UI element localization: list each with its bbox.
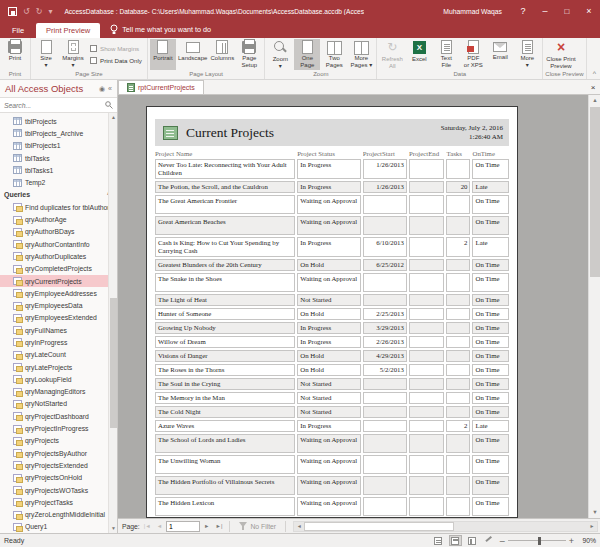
- one-page-button[interactable]: One Page: [294, 39, 320, 70]
- page-setup-button[interactable]: Page Setup: [236, 39, 262, 70]
- shutter-close-icon[interactable]: «: [108, 85, 112, 92]
- sidebar-item-label: tblProjects: [25, 118, 57, 125]
- sidebar-item-query[interactable]: qryCompletedProjects: [0, 263, 117, 275]
- sidebar-item-query[interactable]: qryEmployeesExtended: [0, 312, 117, 324]
- show-margins-checkbox[interactable]: Show Margins: [90, 43, 142, 55]
- page-number-input[interactable]: [166, 521, 200, 532]
- sidebar-item-query[interactable]: qryEmployeeAddresses: [0, 287, 117, 299]
- close-print-preview-button[interactable]: × Close Print Preview: [545, 39, 576, 70]
- sidebar-item-table[interactable]: tblTasks: [0, 152, 117, 164]
- sidebar-item-query[interactable]: qryAuthorBDays: [0, 226, 117, 238]
- sidebar-item-table[interactable]: tblProjects_Archive: [0, 127, 117, 139]
- sidebar-item-query[interactable]: qryProjectDashboard: [0, 410, 117, 422]
- scroll-down-icon[interactable]: ▼: [109, 524, 117, 533]
- size-button[interactable]: Size ▾: [33, 39, 59, 70]
- close-button[interactable]: ×: [578, 0, 600, 22]
- zoom-percentage[interactable]: 90%: [578, 537, 596, 544]
- tab-print-preview[interactable]: Print Preview: [36, 23, 100, 38]
- queries-section-header[interactable]: Queries ^: [0, 189, 117, 201]
- save-icon[interactable]: [8, 7, 17, 16]
- scroll-up-icon[interactable]: ▲: [109, 113, 117, 122]
- more-export-button[interactable]: More ▾: [514, 39, 540, 70]
- tab-file[interactable]: File: [0, 23, 36, 38]
- sidebar-item-query[interactable]: qryInProgress: [0, 336, 117, 348]
- scroll-down-icon[interactable]: ▼: [589, 507, 600, 518]
- more-pages-button[interactable]: More Pages ▾: [348, 39, 374, 70]
- sidebar-item-query[interactable]: Find duplicates for tblAuthors: [0, 201, 117, 213]
- next-page-button[interactable]: ►: [202, 523, 211, 529]
- scroll-right-icon[interactable]: ►: [587, 523, 597, 529]
- scroll-left-icon[interactable]: ◄: [294, 523, 304, 529]
- sidebar-item-table[interactable]: Temp2: [0, 176, 117, 188]
- sidebar-item-query[interactable]: qryProjectsByAuthor: [0, 447, 117, 459]
- help-button[interactable]: ?: [512, 0, 534, 22]
- text-file-button[interactable]: Text File: [433, 39, 459, 70]
- vertical-scrollbar[interactable]: ▲ ▼: [588, 95, 600, 518]
- sidebar-item-query[interactable]: qryProjectsExtended: [0, 459, 117, 471]
- design-view-button[interactable]: [483, 535, 496, 546]
- sidebar-item-query[interactable]: qryProjectsOnHold: [0, 472, 117, 484]
- sidebar-item-label: qryAuthorBDays: [25, 228, 75, 235]
- email-button[interactable]: Email: [487, 39, 513, 70]
- two-pages-button[interactable]: Two Pages: [321, 39, 347, 70]
- print-preview-view-button[interactable]: [449, 535, 462, 546]
- minimize-button[interactable]: –: [534, 0, 556, 22]
- sidebar-item-query[interactable]: qryManagingEditors: [0, 386, 117, 398]
- sidebar-item-query[interactable]: qryFullNames: [0, 324, 117, 336]
- report-page[interactable]: Current Projects Saturday, July 2, 2016 …: [146, 106, 518, 518]
- sidebar-item-table[interactable]: tblProjects: [0, 115, 117, 127]
- no-filter-button[interactable]: No Filter: [235, 522, 280, 530]
- search-input[interactable]: [4, 102, 105, 109]
- sidebar-item-query[interactable]: qryLookupField: [0, 373, 117, 385]
- signed-in-user[interactable]: Muhammad Waqas: [443, 8, 502, 15]
- sidebar-item-query[interactable]: qryAuthorAge: [0, 213, 117, 225]
- zoom-in-button[interactable]: +: [569, 536, 574, 546]
- sidebar-item-query[interactable]: qryLateProjects: [0, 361, 117, 373]
- sidebar-item-query[interactable]: qryProjectTasks: [0, 496, 117, 508]
- zoom-button[interactable]: Zoom ▾: [267, 39, 293, 70]
- print-button[interactable]: Print: [2, 39, 28, 70]
- portrait-button[interactable]: Portrait: [150, 39, 176, 70]
- ribbon-collapse-icon[interactable]: ^: [593, 70, 596, 77]
- undo-icon[interactable]: ↺: [23, 7, 30, 16]
- excel-export-button[interactable]: X Excel: [406, 39, 432, 70]
- nav-pane-menu-icon[interactable]: ◉: [99, 85, 105, 93]
- last-page-button[interactable]: ►|: [214, 523, 225, 529]
- sidebar-item-query[interactable]: qryCurrentProjects: [0, 275, 117, 287]
- tab-rptcurrentprojects[interactable]: rptCurrentProjects: [118, 80, 204, 94]
- pdf-xps-button[interactable]: PDF or XPS: [460, 39, 486, 70]
- redo-icon[interactable]: ↻: [36, 7, 43, 16]
- scrollbar-thumb[interactable]: [590, 107, 600, 277]
- scroll-up-icon[interactable]: ▲: [589, 95, 600, 106]
- sidebar-item-query[interactable]: qryZeroLengthMiddleInitial: [0, 509, 117, 521]
- sidebar-item-query[interactable]: Query1: [0, 521, 117, 533]
- scrollbar-thumb[interactable]: [110, 298, 117, 428]
- sidebar-item-query[interactable]: qryNotStarted: [0, 398, 117, 410]
- sidebar-item-query[interactable]: qryProjectsWOTasks: [0, 484, 117, 496]
- zoom-slider-thumb[interactable]: [538, 537, 541, 545]
- tell-me-box[interactable]: Tell me what you want to do: [100, 21, 221, 38]
- sidebar-item-query[interactable]: qryAuthorContantInfo: [0, 238, 117, 250]
- sidebar-item-table[interactable]: tblTasks1: [0, 164, 117, 176]
- layout-view-button[interactable]: [466, 535, 479, 546]
- print-data-only-checkbox[interactable]: Print Data Only: [90, 55, 142, 67]
- zoom-slider[interactable]: [508, 540, 566, 542]
- sidebar-item-query[interactable]: qryEmployeesData: [0, 299, 117, 311]
- zoom-out-button[interactable]: –: [500, 536, 505, 546]
- qat-dropdown-icon[interactable]: ▾: [48, 7, 52, 16]
- sidebar-item-query[interactable]: qryProjectInProgress: [0, 422, 117, 434]
- margins-button[interactable]: Margins ▾: [60, 39, 86, 70]
- nav-pane-title[interactable]: All Access Objects ◉ «: [0, 80, 117, 98]
- sidebar-item-query[interactable]: qryAuthorDuplicates: [0, 250, 117, 262]
- report-view-button[interactable]: [432, 535, 445, 546]
- sidebar-scrollbar[interactable]: ▲ ▼: [108, 113, 117, 533]
- scrollbar-thumb[interactable]: [304, 522, 454, 531]
- landscape-button[interactable]: Landscape: [177, 39, 208, 70]
- close-document-icon[interactable]: ×: [586, 80, 600, 94]
- horizontal-scrollbar[interactable]: ◄ ►: [293, 521, 598, 532]
- sidebar-item-table[interactable]: tblProjects1: [0, 140, 117, 152]
- sidebar-item-query[interactable]: qryLateCount: [0, 349, 117, 361]
- sidebar-item-query[interactable]: qryProjects: [0, 435, 117, 447]
- maximize-button[interactable]: □: [556, 0, 578, 22]
- columns-button[interactable]: Columns: [209, 39, 235, 70]
